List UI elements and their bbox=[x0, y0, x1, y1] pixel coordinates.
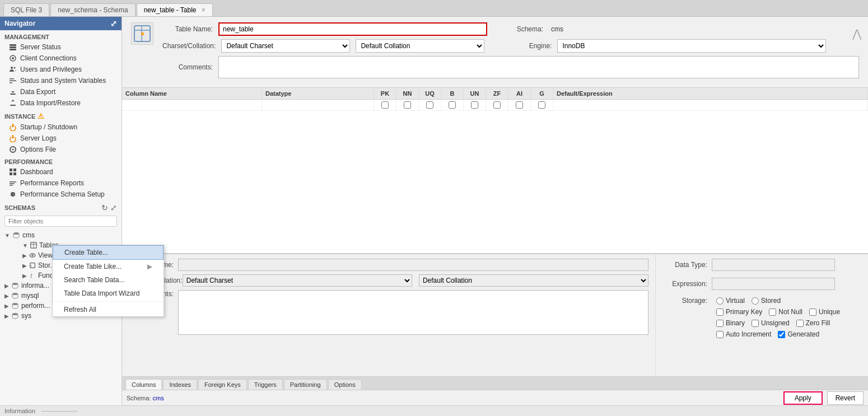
context-menu-create-table[interactable]: Create Table... bbox=[53, 245, 164, 260]
svg-rect-11 bbox=[10, 105, 16, 106]
table-name-input[interactable] bbox=[218, 22, 487, 36]
not-null-checkbox[interactable]: Not Null bbox=[769, 308, 802, 316]
row-ai-check[interactable] bbox=[516, 101, 523, 109]
auto-increment-input[interactable] bbox=[716, 331, 724, 338]
row-zf-check[interactable] bbox=[493, 101, 501, 109]
zero-fill-input[interactable] bbox=[796, 320, 804, 327]
expression-input[interactable] bbox=[712, 278, 835, 290]
row-un-cell[interactable] bbox=[464, 100, 486, 110]
row-g-cell[interactable] bbox=[531, 100, 553, 110]
row-nn-cell[interactable] bbox=[396, 100, 419, 110]
generated-checkbox[interactable]: Generated bbox=[778, 330, 819, 338]
sidebar-item-perf-reports[interactable]: Performance Reports bbox=[0, 177, 122, 189]
svg-text:f: f bbox=[31, 264, 32, 268]
table-editor-icon bbox=[131, 22, 153, 45]
tab-indexes[interactable]: Indexes bbox=[163, 379, 197, 390]
cms-db-icon bbox=[12, 231, 20, 239]
unique-input[interactable] bbox=[809, 309, 816, 316]
tab-new-schema[interactable]: new_schema - Schema bbox=[50, 3, 135, 16]
server-logs-label: Server Logs bbox=[20, 134, 57, 142]
not-null-input[interactable] bbox=[769, 309, 776, 316]
schema-node-cms-header[interactable]: ▼ cms bbox=[0, 230, 122, 240]
tab-sql-file[interactable]: SQL File 3 bbox=[3, 3, 49, 16]
bottom-right: Data Type: Expression: Storage: bbox=[655, 254, 868, 376]
refresh-schemas-icon[interactable]: ↻ bbox=[101, 203, 108, 212]
sidebar-item-status-variables[interactable]: Status and System Variables bbox=[0, 75, 122, 86]
row-uq-cell[interactable] bbox=[419, 100, 441, 110]
schemas-filter-input[interactable] bbox=[4, 216, 117, 227]
sidebar-item-server-logs[interactable]: Server Logs bbox=[0, 133, 122, 144]
primary-key-checkbox[interactable]: Primary Key bbox=[716, 308, 762, 316]
row-pk-check[interactable] bbox=[381, 101, 389, 109]
close-tab-icon[interactable]: × bbox=[202, 6, 206, 14]
generated-input[interactable] bbox=[778, 331, 785, 338]
sidebar-item-client-connections[interactable]: Client Connections bbox=[0, 53, 122, 64]
row-b-check[interactable] bbox=[449, 101, 456, 109]
sidebar-expand-icon[interactable]: ⤢ bbox=[110, 19, 117, 28]
tab-new-table[interactable]: new_table - Table × bbox=[137, 3, 213, 16]
row-un-check[interactable] bbox=[471, 101, 478, 109]
sidebar-item-server-status[interactable]: Server Status bbox=[0, 41, 122, 53]
sidebar-item-dashboard[interactable]: Dashboard bbox=[0, 166, 122, 177]
virtual-radio-input[interactable] bbox=[716, 297, 724, 305]
server-status-label: Server Status bbox=[20, 43, 61, 51]
stored-arrow-icon: ▶ bbox=[22, 263, 27, 269]
binary-input[interactable] bbox=[716, 320, 724, 327]
tab-foreign-keys[interactable]: Foreign Keys bbox=[198, 379, 247, 390]
primary-key-input[interactable] bbox=[716, 309, 724, 316]
auto-increment-checkbox[interactable]: Auto Increment bbox=[716, 330, 771, 338]
engine-select[interactable]: InnoDB bbox=[557, 39, 826, 53]
tab-columns[interactable]: Columns bbox=[125, 379, 162, 390]
apply-button[interactable]: Apply bbox=[783, 391, 823, 405]
unsigned-checkbox[interactable]: Unsigned bbox=[752, 319, 790, 327]
tab-triggers[interactable]: Triggers bbox=[248, 379, 283, 390]
row-ai-cell[interactable] bbox=[508, 100, 531, 110]
bottom-charset-select[interactable]: Default Charset bbox=[183, 274, 412, 287]
expand-schemas-icon[interactable]: ⤢ bbox=[110, 203, 117, 212]
tables-arrow-icon: ▼ bbox=[22, 242, 28, 249]
collapse-icon[interactable]: ⋀ bbox=[852, 27, 861, 40]
virtual-radio[interactable]: Virtual bbox=[716, 297, 745, 305]
col-hdr-ai: AI bbox=[508, 88, 531, 99]
charset-select[interactable]: Default Charset bbox=[221, 39, 350, 53]
binary-checkbox[interactable]: Binary bbox=[716, 319, 745, 327]
row-zf-cell[interactable] bbox=[486, 100, 508, 110]
svg-point-29 bbox=[12, 293, 18, 295]
context-menu-create-table-like[interactable]: Create Table Like... ▶ bbox=[53, 260, 164, 273]
svg-rect-15 bbox=[10, 172, 12, 175]
sidebar-item-options-file[interactable]: Options File bbox=[0, 144, 122, 155]
zero-fill-checkbox[interactable]: Zero Fill bbox=[796, 319, 830, 327]
sidebar-item-data-export[interactable]: Data Export bbox=[0, 86, 122, 97]
bottom-name-input[interactable] bbox=[178, 259, 648, 271]
sidebar-item-users-privileges[interactable]: Users and Privileges bbox=[0, 64, 122, 75]
row-pk-cell[interactable] bbox=[374, 100, 396, 110]
bottom-collation-select[interactable]: Default Collation bbox=[419, 274, 648, 287]
row-g-check[interactable] bbox=[538, 101, 545, 109]
sidebar-item-perf-schema[interactable]: Performance Schema Setup bbox=[0, 189, 122, 200]
stored-radio-label: Stored bbox=[761, 297, 781, 305]
stored-radio[interactable]: Stored bbox=[752, 297, 781, 305]
collation-select[interactable]: Default Collation bbox=[356, 39, 484, 53]
row-nn-check[interactable] bbox=[404, 101, 411, 109]
context-menu-import-wizard[interactable]: Table Data Import Wizard bbox=[53, 287, 164, 300]
bottom-comments-input[interactable] bbox=[178, 290, 648, 335]
sidebar-item-startup[interactable]: Startup / Shutdown bbox=[0, 121, 122, 133]
svg-rect-2 bbox=[10, 49, 16, 50]
tab-partitioning[interactable]: Partitioning bbox=[284, 379, 327, 390]
revert-button[interactable]: Revert bbox=[827, 391, 864, 405]
unsigned-input[interactable] bbox=[752, 320, 759, 327]
unique-checkbox[interactable]: Unique bbox=[809, 308, 840, 316]
checkboxes-group2: Binary Unsigned Zero Fill bbox=[716, 319, 830, 327]
row-b-cell[interactable] bbox=[441, 100, 464, 110]
tab-options[interactable]: Options bbox=[328, 379, 362, 390]
context-menu-refresh-all[interactable]: Refresh All bbox=[53, 303, 164, 316]
stored-radio-input[interactable] bbox=[752, 297, 759, 305]
table-comments-input[interactable] bbox=[218, 56, 859, 78]
func-arrow-icon: ▶ bbox=[22, 273, 27, 279]
sidebar-item-data-import[interactable]: Data Import/Restore bbox=[0, 97, 122, 109]
svg-point-30 bbox=[12, 303, 18, 305]
context-menu-search-table[interactable]: Search Table Data... bbox=[53, 273, 164, 287]
datatype-input[interactable] bbox=[712, 259, 835, 271]
stored-procs-icon: f bbox=[29, 262, 36, 269]
row-uq-check[interactable] bbox=[426, 101, 433, 109]
